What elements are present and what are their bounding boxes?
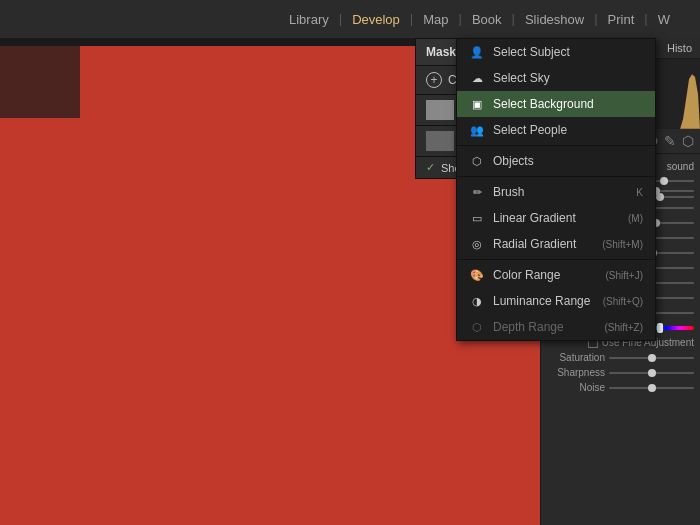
radial-gradient-icon: ◎ bbox=[469, 238, 485, 251]
sharpness-track[interactable] bbox=[609, 372, 694, 374]
nav-book[interactable]: Book bbox=[462, 0, 512, 38]
menu-color-range[interactable]: 🎨 Color Range (Shift+J) bbox=[457, 262, 655, 288]
noise-label: Noise bbox=[547, 382, 605, 393]
linear-gradient-label: Linear Gradient bbox=[493, 211, 620, 225]
nav-print[interactable]: Print bbox=[598, 0, 645, 38]
saturation-slider-row: Saturation bbox=[541, 350, 700, 365]
select-background-label: Select Background bbox=[493, 97, 643, 111]
objects-icon: ⬡ bbox=[469, 155, 485, 168]
select-subject-label: Select Subject bbox=[493, 45, 643, 59]
menu-select-subject[interactable]: 👤 Select Subject bbox=[457, 39, 655, 65]
radial-shortcut: (Shift+M) bbox=[602, 239, 643, 250]
select-background-icon: ▣ bbox=[469, 98, 485, 111]
nav-library[interactable]: Library bbox=[279, 0, 339, 38]
mask-1-thumbnail bbox=[426, 100, 454, 120]
menu-luminance-range[interactable]: ◑ Luminance Range (Shift+Q) bbox=[457, 288, 655, 314]
sharpness-slider-row: Sharpness bbox=[541, 365, 700, 380]
depth-shortcut: (Shift+Z) bbox=[604, 322, 643, 333]
nav-slideshow[interactable]: Slideshow bbox=[515, 0, 594, 38]
select-people-icon: 👥 bbox=[469, 124, 485, 137]
menu-divider-1 bbox=[457, 145, 655, 146]
noise-slider-row: Noise bbox=[541, 380, 700, 395]
edit-icon[interactable]: ✎ bbox=[664, 133, 676, 149]
menu-brush[interactable]: ✏ Brush K bbox=[457, 179, 655, 205]
luminance-range-icon: ◑ bbox=[469, 295, 485, 308]
radial-gradient-label: Radial Gradient bbox=[493, 237, 594, 251]
linear-gradient-icon: ▭ bbox=[469, 212, 485, 225]
menu-divider-3 bbox=[457, 259, 655, 260]
hue-thumb[interactable] bbox=[657, 323, 663, 333]
nav-develop[interactable]: Develop bbox=[342, 0, 410, 38]
nav-w[interactable]: W bbox=[648, 0, 680, 38]
top-navigation-bar: Library | Develop | Map | Book | Slidesh… bbox=[0, 0, 700, 38]
noise-track[interactable] bbox=[609, 387, 694, 389]
menu-objects[interactable]: ⬡ Objects bbox=[457, 148, 655, 174]
noise-thumb[interactable] bbox=[648, 384, 656, 392]
menu-select-sky[interactable]: ☁ Select Sky bbox=[457, 65, 655, 91]
mask-2-thumbnail bbox=[426, 131, 454, 151]
select-sky-icon: ☁ bbox=[469, 72, 485, 85]
objects-label: Objects bbox=[493, 154, 643, 168]
color-range-shortcut: (Shift+J) bbox=[605, 270, 643, 281]
menu-select-people[interactable]: 👥 Select People bbox=[457, 117, 655, 143]
masks-dropdown-menu: 👤 Select Subject ☁ Select Sky ▣ Select B… bbox=[456, 38, 656, 341]
sharpness-thumb[interactable] bbox=[648, 369, 656, 377]
luminance-shortcut: (Shift+Q) bbox=[603, 296, 643, 307]
menu-linear-gradient[interactable]: ▭ Linear Gradient (M) bbox=[457, 205, 655, 231]
show-overlay-checkbox[interactable]: ✓ bbox=[426, 161, 435, 174]
menu-depth-range: ⬡ Depth Range (Shift+Z) bbox=[457, 314, 655, 340]
select-sky-label: Select Sky bbox=[493, 71, 643, 85]
custom-thumb[interactable] bbox=[660, 177, 668, 185]
linear-shortcut: (M) bbox=[628, 213, 643, 224]
select-subject-icon: 👤 bbox=[469, 46, 485, 59]
menu-radial-gradient[interactable]: ◎ Radial Gradient (Shift+M) bbox=[457, 231, 655, 257]
brush-shortcut: K bbox=[636, 187, 643, 198]
depth-range-icon: ⬡ bbox=[469, 321, 485, 334]
saturation-label: Saturation bbox=[547, 352, 605, 363]
blank-thumb2[interactable] bbox=[656, 193, 664, 201]
color-range-label: Color Range bbox=[493, 268, 597, 282]
sharpness-label: Sharpness bbox=[547, 367, 605, 378]
depth-range-label: Depth Range bbox=[493, 320, 596, 334]
top-left-overlay bbox=[0, 38, 80, 118]
saturation-track[interactable] bbox=[609, 357, 694, 359]
brush-label: Brush bbox=[493, 185, 628, 199]
luminance-range-label: Luminance Range bbox=[493, 294, 595, 308]
saturation-thumb[interactable] bbox=[648, 354, 656, 362]
plus-circle-icon: + bbox=[426, 72, 442, 88]
brush-icon: ✏ bbox=[469, 186, 485, 199]
nav-map[interactable]: Map bbox=[413, 0, 458, 38]
nav-menu: Library | Develop | Map | Book | Slidesh… bbox=[279, 0, 680, 38]
menu-icon[interactable]: ⬡ bbox=[682, 133, 694, 149]
menu-select-background[interactable]: ▣ Select Background bbox=[457, 91, 655, 117]
select-people-label: Select People bbox=[493, 123, 643, 137]
color-range-icon: 🎨 bbox=[469, 269, 485, 282]
menu-divider-2 bbox=[457, 176, 655, 177]
